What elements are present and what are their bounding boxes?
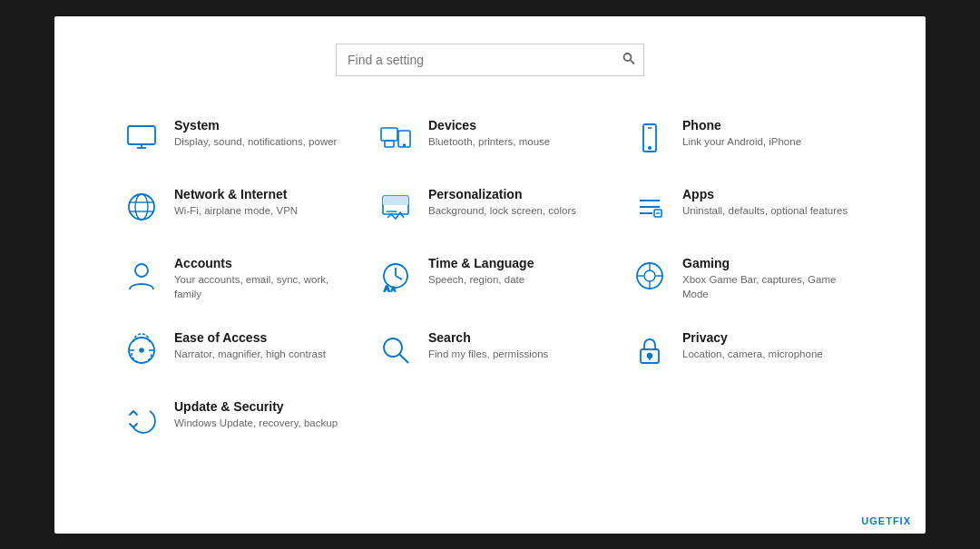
- svg-rect-2: [128, 126, 155, 144]
- settings-item-personalization[interactable]: Personalization Background, lock screen,…: [363, 172, 617, 241]
- system-desc: Display, sound, notifications, power: [174, 134, 337, 149]
- search-setting-icon: [376, 330, 416, 370]
- system-text: System Display, sound, notifications, po…: [174, 118, 337, 149]
- svg-point-39: [140, 348, 143, 352]
- devices-text: Devices Bluetooth, printers, mouse: [428, 118, 550, 149]
- svg-point-43: [648, 353, 652, 358]
- svg-text:A: A: [384, 284, 390, 293]
- search-input[interactable]: [336, 44, 644, 76]
- settings-item-ease[interactable]: Ease of Access Narrator, magnifier, high…: [109, 316, 363, 385]
- svg-text:A: A: [391, 286, 396, 292]
- svg-rect-5: [381, 128, 397, 141]
- accounts-title: Accounts: [174, 256, 350, 270]
- settings-item-network[interactable]: Network & Internet Wi-Fi, airplane mode,…: [109, 172, 363, 241]
- settings-item-time[interactable]: A A Time & Language Speech, region, date: [363, 241, 617, 316]
- apps-title: Apps: [682, 187, 848, 201]
- svg-line-41: [399, 354, 408, 363]
- svg-rect-17: [383, 196, 408, 205]
- svg-point-24: [135, 264, 148, 277]
- devices-title: Devices: [428, 118, 550, 132]
- svg-line-27: [396, 276, 402, 279]
- svg-point-8: [404, 144, 406, 146]
- svg-point-12: [129, 194, 154, 220]
- svg-point-11: [649, 146, 651, 148]
- accounts-desc: Your accounts, email, sync, work, family: [174, 272, 350, 301]
- settings-window: System Display, sound, notifications, po…: [54, 16, 926, 534]
- time-text: Time & Language Speech, region, date: [428, 256, 534, 287]
- privacy-text: Privacy Location, camera, microphone: [682, 330, 823, 361]
- update-icon: [122, 399, 162, 439]
- settings-item-system[interactable]: System Display, sound, notifications, po…: [109, 103, 363, 172]
- devices-icon: [376, 118, 416, 158]
- apps-icon: [630, 187, 670, 227]
- network-desc: Wi-Fi, airplane mode, VPN: [174, 203, 298, 218]
- phone-title: Phone: [682, 118, 801, 132]
- settings-item-privacy[interactable]: Privacy Location, camera, microphone: [617, 316, 871, 385]
- settings-item-phone[interactable]: Phone Link your Android, iPhone: [617, 103, 871, 172]
- ease-text: Ease of Access Narrator, magnifier, high…: [174, 330, 326, 361]
- update-title: Update & Security: [174, 399, 338, 414]
- search-desc: Find my files, permissions: [428, 347, 548, 361]
- phone-desc: Link your Android, iPhone: [682, 134, 801, 149]
- network-text: Network & Internet Wi-Fi, airplane mode,…: [174, 187, 298, 218]
- time-desc: Speech, region, date: [428, 272, 534, 287]
- ease-desc: Narrator, magnifier, high contrast: [174, 347, 326, 361]
- update-text: Update & Security Windows Update, recove…: [174, 399, 338, 430]
- privacy-title: Privacy: [682, 330, 823, 345]
- search-text: Search Find my files, permissions: [428, 330, 548, 361]
- system-title: System: [174, 118, 337, 132]
- privacy-icon: [630, 330, 670, 370]
- globe-icon: [122, 187, 162, 227]
- settings-item-gaming[interactable]: Gaming Xbox Game Bar, captures, Game Mod…: [617, 241, 871, 316]
- phone-text: Phone Link your Android, iPhone: [682, 118, 801, 149]
- settings-item-accounts[interactable]: Accounts Your accounts, email, sync, wor…: [109, 241, 363, 316]
- svg-point-13: [135, 194, 148, 220]
- settings-item-search[interactable]: Search Find my files, permissions: [363, 316, 617, 385]
- search-title: Search: [428, 330, 548, 345]
- settings-item-apps[interactable]: Apps Uninstall, defaults, optional featu…: [617, 172, 871, 241]
- apps-desc: Uninstall, defaults, optional features: [682, 203, 848, 218]
- devices-desc: Bluetooth, printers, mouse: [428, 134, 550, 149]
- ease-icon: [122, 330, 162, 370]
- time-icon: A A: [376, 256, 416, 296]
- svg-line-1: [631, 60, 634, 64]
- settings-item-devices[interactable]: Devices Bluetooth, printers, mouse: [363, 103, 617, 172]
- privacy-desc: Location, camera, microphone: [682, 347, 823, 361]
- personalization-text: Personalization Background, lock screen,…: [428, 187, 576, 218]
- accounts-text: Accounts Your accounts, email, sync, wor…: [174, 256, 350, 301]
- ugfix-badge: UGETFIX: [861, 515, 911, 526]
- personalization-title: Personalization: [428, 187, 576, 201]
- svg-point-31: [644, 270, 655, 281]
- accounts-icon: [122, 256, 162, 296]
- network-title: Network & Internet: [174, 187, 298, 201]
- search-bar-container[interactable]: [336, 44, 644, 76]
- svg-point-0: [624, 54, 632, 61]
- svg-rect-6: [385, 141, 394, 147]
- time-title: Time & Language: [428, 256, 534, 270]
- gaming-desc: Xbox Game Bar, captures, Game Mode: [682, 272, 858, 301]
- ease-title: Ease of Access: [174, 330, 326, 345]
- gaming-text: Gaming Xbox Game Bar, captures, Game Mod…: [682, 256, 858, 301]
- apps-text: Apps Uninstall, defaults, optional featu…: [682, 187, 848, 218]
- search-icon: [622, 52, 635, 67]
- phone-icon: [630, 118, 670, 158]
- settings-item-update[interactable]: Update & Security Windows Update, recove…: [109, 385, 363, 454]
- monitor-icon: [122, 118, 162, 158]
- personalization-desc: Background, lock screen, colors: [428, 203, 576, 218]
- gaming-title: Gaming: [682, 256, 858, 270]
- settings-grid: System Display, sound, notifications, po…: [109, 103, 871, 454]
- personalization-icon: [376, 187, 416, 227]
- gaming-icon: [630, 256, 670, 296]
- update-desc: Windows Update, recovery, backup: [174, 416, 338, 430]
